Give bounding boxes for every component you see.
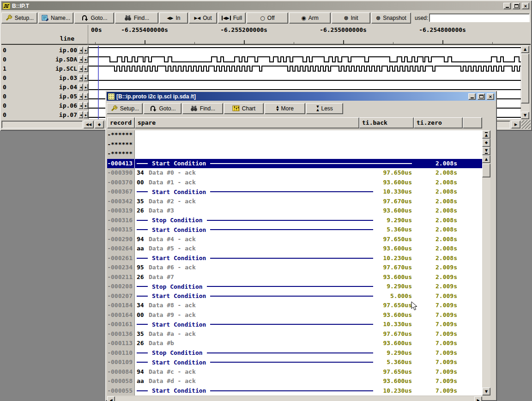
out-button[interactable]: ▶◀Out bbox=[189, 12, 217, 24]
scroll-top-button[interactable]: ▲ bbox=[482, 130, 490, 139]
table-row[interactable]: -00034235Data #2 - ack97.670us2.008s bbox=[107, 197, 482, 207]
maximize-button[interactable] bbox=[478, 93, 485, 100]
protocol-horizontal-scrollbar[interactable]: ◀ ▶ bbox=[107, 396, 482, 401]
snapshot-button[interactable]: ⊗Snapshot bbox=[371, 12, 411, 24]
setup-button[interactable]: Setup... bbox=[107, 103, 143, 114]
goto-button[interactable]: Goto... bbox=[144, 103, 181, 114]
timing-window-titlebar[interactable]: B::IP.T × bbox=[1, 1, 531, 10]
column-header-record[interactable]: record bbox=[107, 117, 135, 128]
signal-scroll-right-button[interactable]: ▶ bbox=[84, 111, 88, 118]
scroll-up-button[interactable]: ▲ bbox=[482, 155, 490, 163]
table-row[interactable]: -000264aaData #5 - ack93.600us2.008s bbox=[107, 244, 482, 254]
table-row[interactable]: -000055Start Condition10.230us7.009s bbox=[107, 386, 482, 396]
signal-name-ip-03[interactable]: ip.03 bbox=[1, 74, 77, 81]
scrollbar-thumb[interactable] bbox=[521, 54, 529, 103]
maximize-button[interactable] bbox=[513, 3, 520, 9]
signal-scroll-right-button[interactable]: ▶ bbox=[84, 84, 88, 91]
less-button[interactable]: ▼▲Less bbox=[306, 103, 343, 114]
protocol-table[interactable]: -******-******-******-000413Start Condit… bbox=[107, 130, 482, 395]
scroll-diamond-button[interactable]: ◆ bbox=[95, 121, 104, 128]
more-button[interactable]: ▲▼More bbox=[265, 103, 305, 114]
scroll-right-button[interactable]: ▶ bbox=[474, 396, 482, 401]
table-row[interactable]: -00031926Data #393.600us2.008s bbox=[107, 206, 482, 216]
column-header-filler[interactable] bbox=[463, 117, 482, 128]
table-row[interactable]: -000315Start Condition5.360us2.008s bbox=[107, 225, 482, 235]
signal-scroll-right-button[interactable]: ▶ bbox=[84, 74, 88, 81]
resize-grip[interactable] bbox=[521, 120, 531, 129]
signal-name-ip-04[interactable]: ip.04 bbox=[1, 84, 77, 91]
signal-scroll-left-button[interactable]: ◀ bbox=[79, 84, 83, 91]
column-header-ti-back[interactable]: ti.back bbox=[359, 117, 414, 128]
scroll-left-button[interactable]: ◀ bbox=[107, 396, 115, 401]
init-button[interactable]: ⊗Init bbox=[332, 12, 370, 24]
in-button[interactable]: ◀▶In bbox=[159, 12, 188, 24]
signal-name-ip-05[interactable]: ip.05 bbox=[1, 93, 77, 100]
scroll-down-button[interactable]: ▼ bbox=[482, 388, 490, 395]
table-row[interactable]: -00013635Data #a - ack97.670us7.009s bbox=[107, 329, 482, 339]
table-row[interactable]: -00016400Data #9 - ack93.600us7.009s bbox=[107, 310, 482, 320]
minimize-button[interactable] bbox=[503, 3, 511, 9]
name-scroll-track[interactable] bbox=[1, 121, 83, 128]
signal-name-ip-00[interactable]: ip.00 bbox=[1, 47, 77, 54]
scroll-up-button[interactable]: ▲ bbox=[521, 46, 529, 53]
signal-scroll-left-button[interactable]: ◀ bbox=[79, 102, 83, 109]
table-row[interactable]: -000161Start Condition10.330us7.009s bbox=[107, 320, 482, 329]
protocol-window-titlebar[interactable]: [B::ip.proto i2c ip.scl ip.sda /t] × bbox=[107, 92, 496, 101]
table-row[interactable]: -00037000Data #1 - ack93.600us2.008s bbox=[107, 178, 482, 188]
signal-name-ip-06[interactable]: ip.06 bbox=[1, 102, 77, 109]
scroll-down-button[interactable]: ▼ bbox=[521, 112, 529, 119]
table-row[interactable]: -00021126Data #793.600us2.009s bbox=[107, 273, 482, 282]
table-row[interactable]: -000207Start Condition5.000s7.009s bbox=[107, 292, 482, 301]
signal-name-ip-07[interactable]: ip.07 bbox=[1, 111, 77, 118]
table-row[interactable]: -000367Start Condition10.330us2.008s bbox=[107, 187, 482, 197]
column-header-ti-zero[interactable]: ti.zero bbox=[414, 117, 463, 128]
signal-scroll-left-button[interactable]: ◀ bbox=[79, 65, 83, 72]
minimize-button[interactable] bbox=[468, 93, 476, 100]
table-row[interactable]: -000316Stop Condition9.290us2.008s bbox=[107, 216, 482, 225]
chart-button[interactable]: Chart bbox=[224, 103, 264, 114]
protocol-vertical-scrollbar[interactable]: ▲ ◆ ▼ ▲ ▼ bbox=[482, 130, 490, 395]
table-row[interactable]: -****** bbox=[107, 140, 482, 150]
scrollbar-thumb[interactable] bbox=[482, 164, 490, 177]
scroll-bottom-button[interactable]: ▼ bbox=[482, 147, 490, 155]
table-row[interactable]: -000109Start Condition5.360us7.009s bbox=[107, 358, 482, 367]
full-button[interactable]: ◀▶Full bbox=[218, 12, 246, 24]
signal-scroll-left-button[interactable]: ◀ bbox=[79, 56, 83, 63]
table-row[interactable]: -00008494Data #c - ack97.650us7.009s bbox=[107, 367, 482, 377]
signal-scroll-left-button[interactable]: ◀ bbox=[79, 93, 83, 100]
timing-vertical-scrollbar[interactable]: ▲ ▼ bbox=[521, 46, 529, 119]
goto-button[interactable]: Goto... bbox=[74, 12, 114, 24]
signal-scroll-right-button[interactable]: ▶ bbox=[84, 93, 88, 100]
signal-scroll-right-button[interactable]: ▶ bbox=[84, 47, 88, 54]
signal-scroll-left-button[interactable]: ◀ bbox=[79, 47, 83, 54]
signal-name-ip-SCL[interactable]: ip.SCL bbox=[1, 65, 77, 72]
find-button[interactable]: Find... bbox=[182, 103, 223, 114]
off-button[interactable]: ○Off bbox=[247, 12, 288, 24]
table-row[interactable]: -000261Start Condition10.230us2.008s bbox=[107, 254, 482, 263]
table-row[interactable]: -000058aaData #d - ack93.600us7.009s bbox=[107, 377, 482, 386]
table-row[interactable]: -000110Stop Condition9.290us7.009s bbox=[107, 348, 482, 358]
name-button[interactable]: Name... bbox=[38, 12, 73, 24]
table-row[interactable]: -00039034Data #0 - ack97.650us2.008s bbox=[107, 168, 482, 178]
signal-scroll-right-button[interactable]: ▶ bbox=[84, 65, 88, 72]
table-row[interactable]: -00029094Data #4 - ack97.650us2.008s bbox=[107, 235, 482, 244]
arm-button[interactable]: ◉Arm bbox=[289, 12, 331, 24]
table-row[interactable]: -****** bbox=[107, 130, 482, 140]
scroll-track-button[interactable]: ◆ bbox=[482, 139, 490, 147]
scroll-double-left-button[interactable]: ◀◀ bbox=[84, 121, 94, 128]
close-button[interactable]: × bbox=[522, 3, 529, 9]
scroll-right-button[interactable]: ▶ bbox=[511, 121, 520, 128]
signal-scroll-right-button[interactable]: ▶ bbox=[84, 56, 88, 63]
signal-scroll-left-button[interactable]: ◀ bbox=[79, 74, 83, 81]
table-row[interactable]: -****** bbox=[107, 149, 482, 159]
signal-scroll-left-button[interactable]: ◀ bbox=[79, 111, 83, 118]
setup-button[interactable]: Setup... bbox=[1, 12, 37, 24]
signal-name-ip-SDA[interactable]: ip.SDA bbox=[1, 56, 77, 63]
table-row[interactable]: -00023495Data #6 - ack97.670us2.009s bbox=[107, 263, 482, 273]
table-row[interactable]: -000413Start Condition2.008s bbox=[107, 159, 482, 169]
close-button[interactable]: × bbox=[487, 93, 494, 100]
used-field[interactable] bbox=[429, 13, 530, 22]
table-row[interactable]: -00018434Data #8 - ack97.650us7.009s bbox=[107, 301, 482, 310]
table-row[interactable]: -000208Stop Condition9.290us2.009s bbox=[107, 282, 482, 292]
table-row[interactable]: -00011326Data #b93.600us7.009s bbox=[107, 339, 482, 348]
